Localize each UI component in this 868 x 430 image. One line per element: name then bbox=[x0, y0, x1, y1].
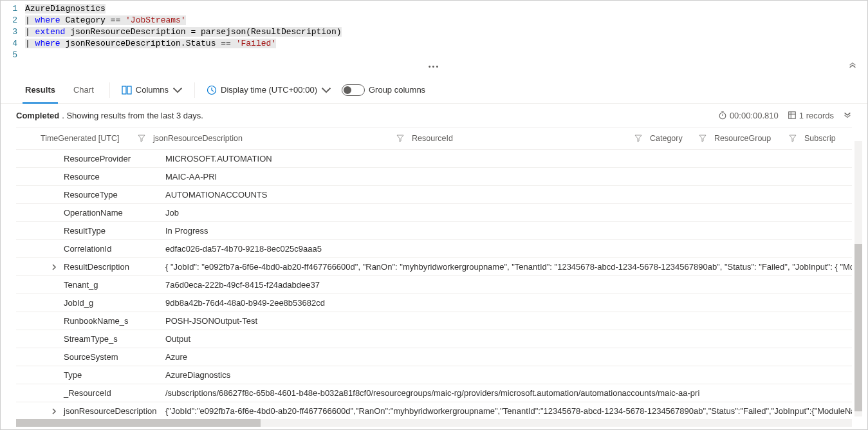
code-token: AzureDiagnostics bbox=[25, 4, 106, 14]
line-gutter: 2 bbox=[1, 15, 25, 26]
expand-down-icon[interactable] bbox=[843, 110, 852, 121]
detail-key: jsonResourceDescription bbox=[64, 406, 165, 416]
status-bar: Completed . Showing results from the las… bbox=[1, 104, 867, 127]
query-editor[interactable]: 1 AzureDiagnostics 2 | where Category ==… bbox=[1, 1, 867, 77]
group-columns-label: Group columns bbox=[369, 85, 425, 95]
detail-key: CorrelationId bbox=[64, 244, 165, 254]
status-subtext: . Showing results from the last 3 days. bbox=[62, 111, 203, 120]
detail-value: Job bbox=[165, 208, 852, 218]
query-duration: 00:00:00.810 bbox=[718, 111, 779, 120]
detail-row[interactable]: _ResourceId/subscriptions/68627f8c-65b8-… bbox=[16, 384, 852, 402]
display-time-label: Display time (UTC+00:00) bbox=[221, 85, 317, 95]
detail-value: 9db8a42b-76d4-48a0-b949-2ee8b53682cd bbox=[165, 298, 852, 308]
detail-key: Type bbox=[64, 370, 165, 380]
line-gutter: 1 bbox=[1, 3, 25, 15]
columns-icon bbox=[122, 85, 132, 95]
detail-row[interactable]: ResourceMAIC-AA-PRI bbox=[16, 168, 852, 186]
chevron-right-icon bbox=[51, 264, 57, 270]
code-line: | where jsonResourceDescription.Status =… bbox=[25, 39, 276, 48]
detail-row[interactable]: JobId_g9db8a42b-76d4-48a0-b949-2ee8b5368… bbox=[16, 294, 852, 312]
svg-rect-4 bbox=[789, 112, 796, 119]
divider bbox=[109, 82, 110, 98]
detail-value: Azure bbox=[165, 352, 852, 362]
columns-button[interactable]: Columns bbox=[116, 77, 188, 104]
detail-value: In Progress bbox=[165, 226, 852, 236]
chevron-down-icon bbox=[172, 85, 183, 95]
detail-value: 7a6d0eca-222b-49cf-8415-f24adabdee37 bbox=[165, 280, 852, 290]
detail-row[interactable]: OperationNameJob bbox=[16, 204, 852, 222]
detail-key: OperationName bbox=[64, 208, 165, 218]
detail-value: AUTOMATIONACCOUNTS bbox=[165, 190, 852, 200]
filter-icon bbox=[396, 135, 404, 142]
detail-key: RunbookName_s bbox=[64, 316, 165, 326]
detail-key: ResultType bbox=[64, 226, 165, 236]
detail-value: MAIC-AA-PRI bbox=[165, 172, 852, 182]
line-gutter: 3 bbox=[1, 26, 25, 38]
detail-row[interactable]: ResourceProviderMICROSOFT.AUTOMATION bbox=[16, 150, 852, 168]
display-time-button[interactable]: Display time (UTC+00:00) bbox=[201, 77, 337, 104]
svg-rect-0 bbox=[122, 86, 126, 94]
grid-header-row: TimeGenerated [UTC] jsonResourceDescript… bbox=[16, 127, 852, 150]
expand-caret[interactable] bbox=[16, 408, 64, 415]
horizontal-scrollbar[interactable] bbox=[16, 419, 852, 427]
detail-row[interactable]: ResultDescription{ "JobId": "e092fb7a-6f… bbox=[16, 258, 852, 276]
col-header-category[interactable]: Category bbox=[646, 134, 710, 143]
vertical-scrollbar[interactable] bbox=[854, 141, 862, 416]
detail-row[interactable]: Tenant_g7a6d0eca-222b-49cf-8415-f24adabd… bbox=[16, 276, 852, 294]
editor-ellipsis-icon[interactable]: ••• bbox=[1, 61, 867, 71]
col-header-timegenerated[interactable]: TimeGenerated [UTC] bbox=[37, 134, 149, 143]
detail-key: Tenant_g bbox=[64, 280, 165, 290]
detail-value: edfac026-da57-4b70-9218-8ec025c9aaa5 bbox=[165, 244, 852, 254]
stopwatch-icon bbox=[718, 111, 727, 120]
results-grid: TimeGenerated [UTC] jsonResourceDescript… bbox=[1, 127, 867, 420]
detail-value: MICROSOFT.AUTOMATION bbox=[165, 154, 852, 164]
detail-row[interactable]: RunbookName_sPOSH-JSONOutput-Test bbox=[16, 312, 852, 330]
detail-row[interactable]: SourceSystemAzure bbox=[16, 348, 852, 366]
detail-key: SourceSystem bbox=[64, 352, 165, 362]
col-header-subscription[interactable]: Subscrip bbox=[800, 134, 852, 143]
filter-icon bbox=[634, 135, 642, 142]
record-count: 1 records bbox=[788, 111, 834, 120]
group-columns-toggle[interactable]: Group columns bbox=[337, 77, 430, 104]
clock-icon bbox=[207, 85, 217, 95]
detail-key: ResourceProvider bbox=[64, 154, 165, 164]
detail-key: StreamType_s bbox=[64, 334, 165, 344]
results-toolbar: Results Chart Columns Display time (UTC+… bbox=[1, 77, 867, 104]
filter-icon bbox=[789, 135, 797, 142]
scrollbar-thumb[interactable] bbox=[16, 419, 261, 427]
scrollbar-thumb[interactable] bbox=[854, 244, 862, 411]
detail-key: ResultDescription bbox=[64, 262, 165, 272]
toggle-switch-icon bbox=[342, 84, 365, 96]
col-header-resourcegroup[interactable]: ResourceGroup bbox=[710, 134, 800, 143]
detail-value: POSH-JSONOutput-Test bbox=[165, 316, 852, 326]
filter-icon bbox=[138, 135, 145, 142]
code-line: | extend jsonResourceDescription = parse… bbox=[25, 27, 342, 37]
tab-results[interactable]: Results bbox=[16, 77, 64, 104]
tab-chart[interactable]: Chart bbox=[64, 77, 103, 104]
detail-key: ResourceType bbox=[64, 190, 165, 200]
divider bbox=[194, 82, 195, 98]
detail-value: { "JobId": "e092fb7a-6f6e-4bd0-ab20-ff46… bbox=[165, 262, 852, 272]
detail-row[interactable]: ResourceTypeAUTOMATIONACCOUNTS bbox=[16, 186, 852, 204]
detail-key: _ResourceId bbox=[64, 388, 165, 398]
col-header-resourceid[interactable]: ResourceId bbox=[408, 134, 646, 143]
status-completed: Completed bbox=[16, 111, 59, 120]
detail-value: {"JobId":"e092fb7a-6f6e-4bd0-ab20-ff4677… bbox=[165, 406, 852, 416]
detail-row[interactable]: ResultTypeIn Progress bbox=[16, 222, 852, 240]
code-line: | where Category == 'JobStreams' bbox=[25, 15, 186, 25]
detail-row[interactable]: CorrelationIdedfac026-da57-4b70-9218-8ec… bbox=[16, 240, 852, 258]
detail-value: AzureDiagnostics bbox=[165, 370, 852, 380]
svg-rect-1 bbox=[127, 86, 131, 94]
detail-row[interactable]: jsonResourceDescription{"JobId":"e092fb7… bbox=[16, 402, 852, 420]
records-icon bbox=[788, 111, 797, 120]
detail-row[interactable]: StreamType_sOutput bbox=[16, 330, 852, 348]
detail-key: JobId_g bbox=[64, 298, 165, 308]
columns-label: Columns bbox=[136, 85, 169, 95]
detail-key: Resource bbox=[64, 172, 165, 182]
col-header-jsonresourcedescription[interactable]: jsonResourceDescription bbox=[149, 134, 408, 143]
collapse-editor-icon[interactable] bbox=[848, 62, 857, 73]
expand-caret[interactable] bbox=[16, 264, 64, 270]
detail-row[interactable]: TypeAzureDiagnostics bbox=[16, 366, 852, 384]
line-gutter: 4 bbox=[1, 38, 25, 50]
chevron-right-icon bbox=[51, 408, 57, 415]
